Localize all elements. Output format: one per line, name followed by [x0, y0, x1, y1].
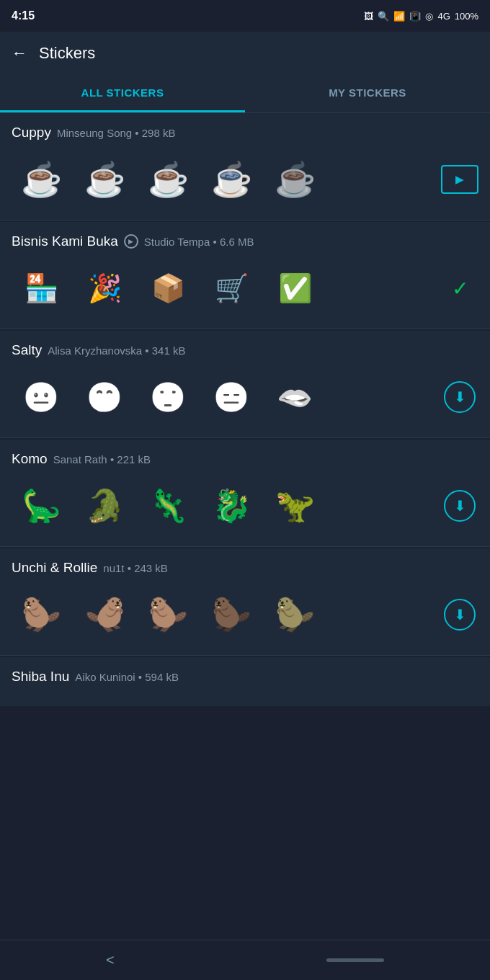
status-time: 4:15 — [12, 9, 35, 22]
battery-icon: 100% — [455, 11, 478, 22]
pack-header-komo: Komo Sanat Rath • 221 kB — [12, 451, 478, 467]
sticker-thumb: ✅ — [265, 259, 324, 317]
sticker-thumb: 🛒 — [202, 259, 261, 317]
gallery-icon: 🖼 — [364, 11, 373, 22]
download-button-unchi[interactable]: ⬇ — [444, 599, 476, 631]
pack-action-unchi[interactable]: ⬇ — [441, 596, 478, 633]
pack-name-unchi: Unchi & Rollie — [12, 560, 97, 576]
sticker-thumb: 😐 — [12, 368, 71, 426]
pack-header-shiba: Shiba Inu Aiko Kuninoi • 594 kB — [12, 669, 478, 685]
pack-header-unchi: Unchi & Rollie nu1t • 243 kB — [12, 560, 478, 576]
stickers-preview-cuppy: ☕ ☕ ☕ ☕ ☕ — [12, 151, 435, 208]
stickers-preview-bisnis: 🏪 🎉 📦 🛒 ✅ — [12, 259, 435, 317]
sticker-pack-cuppy: Cuppy Minseung Song • 298 kB ☕ ☕ ☕ ☕ ☕ ▶ — [0, 113, 490, 220]
status-bar: 4:15 🖼 🔍 📶 📳 ◎ 4G 100% — [0, 0, 490, 32]
sticker-thumb: 😑 — [202, 368, 261, 426]
pack-name-shiba: Shiba Inu — [12, 669, 69, 685]
bottom-navigation: < — [0, 940, 490, 980]
pack-action-cuppy[interactable]: ▶ — [441, 161, 478, 198]
sticker-thumb: ☕ — [138, 151, 197, 208]
sticker-thumb: 🎉 — [75, 259, 134, 317]
pack-action-salty[interactable]: ⬇ — [441, 378, 478, 416]
pack-name-cuppy: Cuppy — [12, 125, 51, 141]
stickers-preview-unchi: 🦫 🦫 🦫 🦫 🦫 — [12, 586, 435, 643]
sticker-thumb: 🦫 — [12, 586, 71, 643]
sticker-thumb: 🦎 — [138, 477, 197, 535]
sticker-pack-unchi: Unchi & Rollie nu1t • 243 kB 🦫 🦫 🦫 🦫 🦫 ⬇ — [0, 548, 490, 656]
sticker-pack-salty: Salty Alisa Kryzhanovska • 341 kB 😐 🤭 🙄 … — [0, 331, 490, 438]
sticker-thumb: ☕ — [75, 151, 134, 208]
sticker-thumb: 🦫 — [202, 586, 261, 643]
sticker-pack-komo: Komo Sanat Rath • 221 kB 🦕 🐊 🦎 🐉 🦖 ⬇ — [0, 440, 490, 547]
sticker-packs-list: Cuppy Minseung Song • 298 kB ☕ ☕ ☕ ☕ ☕ ▶ — [0, 113, 490, 706]
sticker-thumb: 🐊 — [75, 477, 134, 535]
pack-header-salty: Salty Alisa Kryzhanovska • 341 kB — [12, 342, 478, 358]
sticker-thumb: ☕ — [12, 151, 71, 208]
nav-back-button[interactable]: < — [106, 952, 115, 968]
sticker-thumb: 🙄 — [138, 368, 197, 426]
pack-name-komo: Komo — [12, 451, 48, 467]
pack-meta-shiba: Aiko Kuninoi • 594 kB — [75, 671, 179, 683]
download-button-salty[interactable]: ⬇ — [444, 381, 476, 413]
sticker-thumb: 🦫 — [75, 586, 134, 643]
pack-meta-bisnis: Studio Tempa • 6.6 MB — [144, 236, 254, 248]
pack-name-salty: Salty — [12, 342, 42, 358]
sticker-thumb: 🦫 — [138, 586, 197, 643]
signal-icon: 📶 — [393, 11, 405, 22]
downloaded-check-icon-bisnis: ✓ — [452, 277, 468, 300]
pack-meta-komo: Sanat Rath • 221 kB — [53, 453, 151, 466]
back-button[interactable]: ← — [12, 44, 27, 63]
tab-my-stickers[interactable]: MY STICKERS — [245, 75, 490, 112]
vibrate-icon: 📳 — [409, 11, 421, 22]
sticker-thumb: 🦖 — [265, 477, 324, 535]
stickers-preview-komo: 🦕 🐊 🦎 🐉 🦖 — [12, 477, 435, 535]
search-icon: 🔍 — [378, 11, 389, 22]
nav-home-pill[interactable] — [326, 958, 384, 962]
pack-meta-cuppy: Minseung Song • 298 kB — [57, 127, 176, 139]
stickers-row-komo: 🦕 🐊 🦎 🐉 🦖 ⬇ — [12, 477, 478, 535]
stickers-preview-salty: 😐 🤭 🙄 😑 🫦 — [12, 368, 435, 426]
sticker-thumb: 🫦 — [265, 368, 324, 426]
page-title: Stickers — [39, 44, 95, 63]
pack-action-bisnis: ✓ — [441, 270, 478, 307]
sticker-thumb: 🤭 — [75, 368, 134, 426]
sticker-thumb: 🐉 — [202, 477, 261, 535]
network-icon: 4G — [437, 11, 450, 22]
pack-meta-unchi: nu1t • 243 kB — [103, 562, 168, 574]
status-icons: 🖼 🔍 📶 📳 ◎ 4G 100% — [364, 11, 478, 22]
play-icon-bisnis[interactable]: ▶ — [124, 234, 138, 249]
pack-name-bisnis: Bisnis Kami Buka — [12, 233, 118, 249]
tab-all-stickers[interactable]: ALL STICKERS — [0, 75, 245, 112]
update-button-cuppy[interactable]: ▶ — [441, 165, 478, 194]
pack-action-komo[interactable]: ⬇ — [441, 487, 478, 525]
sticker-thumb: 🦫 — [265, 586, 324, 643]
sticker-thumb: 🏪 — [12, 259, 71, 317]
sticker-thumb: ☕ — [265, 151, 324, 208]
stickers-row-cuppy: ☕ ☕ ☕ ☕ ☕ ▶ — [12, 151, 478, 208]
header: ← Stickers — [0, 32, 490, 75]
location-icon: ◎ — [425, 11, 433, 22]
tabs-container: ALL STICKERS MY STICKERS — [0, 75, 490, 113]
pack-meta-salty: Alisa Kryzhanovska • 341 kB — [48, 344, 185, 357]
stickers-row-salty: 😐 🤭 🙄 😑 🫦 ⬇ — [12, 368, 478, 426]
download-button-komo[interactable]: ⬇ — [444, 490, 476, 522]
stickers-row-bisnis: 🏪 🎉 📦 🛒 ✅ ✓ — [12, 259, 478, 317]
sticker-thumb: ☕ — [202, 151, 261, 208]
sticker-thumb: 🦕 — [12, 477, 71, 535]
sticker-thumb: 📦 — [138, 259, 197, 317]
sticker-pack-bisnis: Bisnis Kami Buka ▶ Studio Tempa • 6.6 MB… — [0, 222, 490, 329]
pack-header-bisnis: Bisnis Kami Buka ▶ Studio Tempa • 6.6 MB — [12, 233, 478, 249]
sticker-pack-shiba: Shiba Inu Aiko Kuninoi • 594 kB — [0, 657, 490, 706]
pack-header-cuppy: Cuppy Minseung Song • 298 kB — [12, 125, 478, 141]
stickers-row-unchi: 🦫 🦫 🦫 🦫 🦫 ⬇ — [12, 586, 478, 643]
